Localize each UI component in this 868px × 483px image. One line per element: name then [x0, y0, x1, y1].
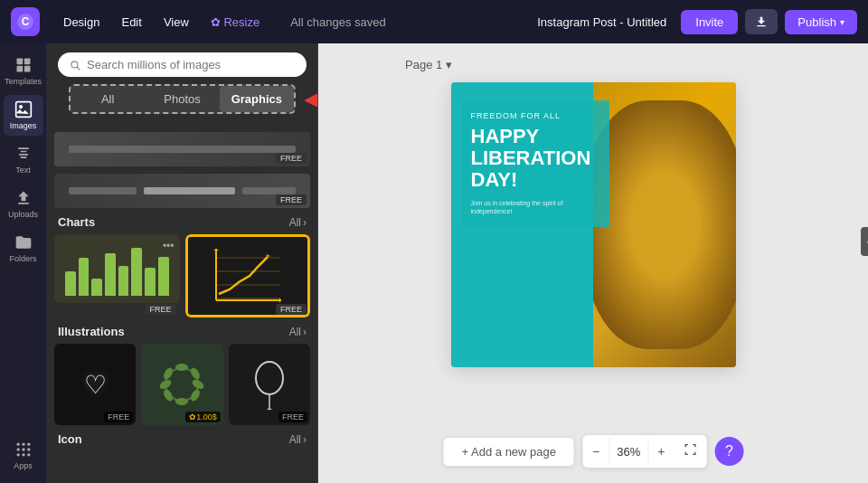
zoom-plus-button[interactable]: + [648, 437, 674, 466]
illustrations-all-link[interactable]: All › [289, 326, 307, 338]
illus-heart-item[interactable]: ♡ FREE [54, 344, 136, 425]
chart-item-bars[interactable]: ••• FREE [54, 234, 180, 317]
icon-section-header: Icon All › [54, 432, 310, 446]
sidebar-icons: Templates Images Text Uploads Folders Ap… [0, 43, 47, 483]
bottom-bar: + Add a new page − 36% + ? [443, 434, 744, 469]
sidebar-item-folders[interactable]: Folders [4, 228, 43, 269]
post-preview[interactable]: FREEDOM FOR ALL HAPPY LIBERATION DAY! Jo… [451, 82, 736, 367]
nav-edit[interactable]: Edit [112, 12, 150, 33]
svg-point-31 [175, 364, 188, 371]
post-subtitle: FREEDOM FOR ALL [471, 111, 601, 120]
svg-point-30 [163, 366, 175, 381]
svg-point-35 [175, 398, 188, 405]
free-strip-2[interactable]: FREE [54, 174, 310, 208]
topbar-actions: Invite Publish ▾ [681, 9, 857, 34]
svg-point-8 [16, 443, 19, 446]
document-title: Instagram Post - Untitled [537, 15, 666, 29]
add-page-button[interactable]: + Add a new page [443, 437, 575, 467]
svg-point-34 [190, 388, 203, 402]
saved-status: All changes saved [290, 15, 523, 29]
sidebar-item-templates[interactable]: Templates [4, 51, 43, 91]
chart-bar [118, 266, 129, 296]
nav-view[interactable]: View [155, 12, 198, 33]
publish-button[interactable]: Publish ▾ [785, 10, 857, 34]
chevron-right-icon-3: › [303, 433, 307, 446]
svg-rect-3 [24, 59, 30, 65]
free-badge-1: FREE [276, 153, 307, 164]
search-bar[interactable] [58, 52, 307, 77]
zoom-controls: − 36% + [582, 434, 707, 469]
post-text-box: FREEDOM FOR ALL HAPPY LIBERATION DAY! Jo… [462, 100, 610, 227]
charts-section-header: Charts All › [54, 215, 310, 229]
help-button[interactable]: ? [714, 437, 743, 466]
chart-bar [158, 257, 169, 296]
chart-bar [105, 253, 116, 296]
chart-bar [65, 271, 76, 296]
illustrations-grid: ♡ FREE [54, 344, 310, 425]
svg-rect-4 [16, 66, 23, 72]
illus-balloon-item[interactable]: FREE [229, 344, 310, 425]
charts-title: Charts [58, 215, 95, 229]
charts-all-link[interactable]: All › [289, 216, 307, 229]
svg-rect-5 [24, 66, 30, 72]
icon-all-label: All [289, 433, 301, 446]
nav-resize[interactable]: ✿ Resize [202, 12, 269, 33]
svg-point-9 [22, 443, 24, 446]
chart-bar [79, 258, 90, 296]
tab-graphics[interactable]: Graphics [220, 86, 294, 112]
search-input[interactable] [87, 58, 296, 71]
wreath-svg [155, 357, 209, 412]
svg-point-36 [163, 388, 175, 402]
publish-arrow-icon: ▾ [840, 17, 844, 27]
svg-point-12 [22, 448, 24, 450]
page-dropdown-icon: ▾ [446, 58, 452, 71]
filter-tabs-wrapper: All Photos Graphics [58, 84, 307, 123]
search-icon [69, 59, 81, 71]
topbar: C Design Edit View ✿ Resize All changes … [0, 0, 868, 43]
svg-point-16 [27, 453, 30, 456]
illustrations-all-label: All [289, 326, 301, 338]
free-strip-1[interactable]: FREE [54, 132, 310, 166]
sidebar-item-uploads[interactable]: Uploads [4, 184, 43, 224]
svg-marker-26 [213, 249, 219, 251]
zoom-fit-button[interactable] [674, 435, 706, 468]
chart-item-growth[interactable]: FREE [185, 234, 311, 317]
charts-grid: ••• FREE [54, 234, 310, 317]
growth-chart-free-badge: FREE [276, 304, 307, 315]
chevron-right-icon-2: › [303, 326, 307, 338]
chart-more-icon[interactable]: ••• [163, 240, 175, 252]
filter-tabs: All Photos Graphics [69, 84, 296, 114]
icon-all-link[interactable]: All › [289, 433, 307, 446]
zoom-minus-button[interactable]: − [583, 437, 609, 466]
tab-all[interactable]: All [71, 86, 145, 112]
red-arrow [305, 84, 318, 117]
download-button[interactable] [745, 9, 778, 34]
sidebar-item-apps[interactable]: Apps [4, 435, 43, 476]
svg-point-14 [16, 453, 19, 456]
svg-point-10 [27, 443, 30, 446]
nav-design[interactable]: Design [54, 12, 108, 33]
chart-free-badge: FREE [145, 304, 175, 315]
post-image-right [593, 82, 736, 367]
svg-point-7 [19, 105, 23, 109]
svg-point-11 [16, 448, 19, 450]
canvas-area[interactable]: Page 1 ▾ FREEDOM FOR ALL HAPPY LIBERATIO… [318, 43, 868, 483]
chart-bar [131, 248, 142, 296]
balloon-svg [251, 360, 288, 410]
post-body: Join us in celebrating the spirit of ind… [471, 199, 601, 217]
illus-heart-price: FREE [104, 412, 133, 422]
tab-photos[interactable]: Photos [145, 86, 219, 112]
svg-point-13 [27, 448, 30, 450]
topbar-nav: Design Edit View ✿ Resize [54, 12, 269, 33]
canva-logo-icon[interactable]: C [11, 7, 40, 36]
svg-rect-2 [16, 59, 23, 65]
sidebar-item-text[interactable]: Text [4, 139, 43, 180]
illus-wreath-item[interactable]: ✿1.00$ [141, 344, 222, 425]
growth-chart-svg [212, 244, 284, 308]
svg-point-15 [22, 453, 24, 456]
post-background: FREEDOM FOR ALL HAPPY LIBERATION DAY! Jo… [451, 82, 736, 367]
page-indicator[interactable]: Page 1 ▾ [405, 58, 452, 71]
chart-bar [91, 279, 102, 296]
invite-button[interactable]: Invite [681, 10, 738, 34]
sidebar-item-images[interactable]: Images [4, 95, 43, 136]
